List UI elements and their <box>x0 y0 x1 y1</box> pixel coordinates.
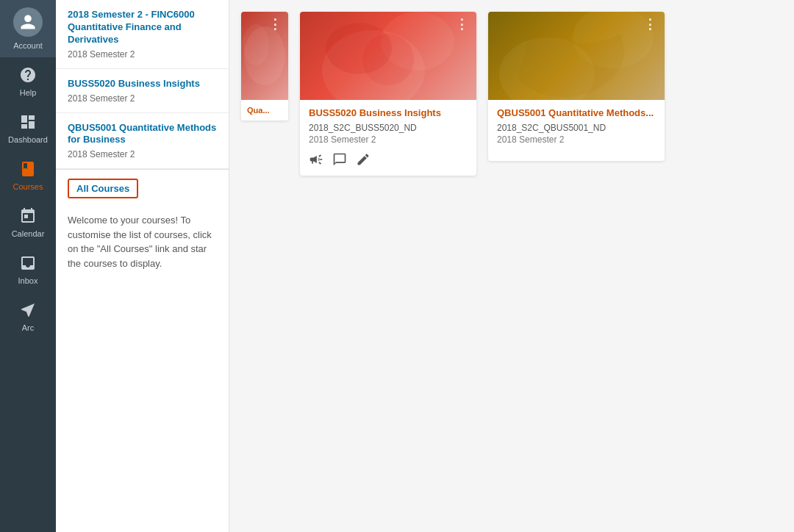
course-title: 2018 Semester 2 - FINC6000 Quantitative … <box>68 9 217 46</box>
course-card-qbus5001[interactable]: ⋮ QBUS5001 Quantitative Methods... 2018_… <box>488 12 665 161</box>
all-courses-section: All Courses <box>56 170 229 204</box>
course-semester: 2018 Semester 2 <box>68 149 217 159</box>
list-item[interactable]: 2018 Semester 2 - FINC6000 Quantitative … <box>56 0 229 69</box>
svg-point-5 <box>362 34 414 85</box>
course-title: QBUS5001 Quantitative Methods for Busine… <box>68 122 217 147</box>
card-menu-button[interactable]: ⋮ <box>268 18 282 31</box>
sidebar-item-dashboard[interactable]: Dashboard <box>0 104 56 151</box>
course-card-partial[interactable]: ⋮ Qua... <box>241 12 288 121</box>
card-code: 2018_S2C_BUSS5020_ND <box>309 123 468 133</box>
all-courses-button[interactable]: All Courses <box>68 179 138 198</box>
sidebar-item-label: Account <box>13 41 43 50</box>
sidebar-item-label: Dashboard <box>8 135 48 144</box>
card-title: QBUS5001 Quantitative Methods... <box>497 107 656 120</box>
sidebar-item-label: Arc <box>22 323 35 332</box>
main-content: 2018 Semester 2 - FINC6000 Quantitative … <box>56 0 794 532</box>
svg-point-1 <box>243 24 269 65</box>
welcome-message: Welcome to your courses! To customise th… <box>56 204 229 279</box>
card-code: 2018_S2C_QBUS5001_ND <box>497 123 656 133</box>
sidebar-item-label: Calendar <box>12 229 45 238</box>
list-item[interactable]: BUSS5020 Business Insights 2018 Semester… <box>56 69 229 113</box>
card-semester: 2018 Semester 2 <box>497 134 656 145</box>
avatar <box>13 7 43 37</box>
sidebar-item-calendar[interactable]: Calendar <box>0 198 56 245</box>
card-actions <box>309 152 468 167</box>
card-title: BUSS5020 Business Insights <box>309 107 468 120</box>
course-card-buss5020[interactable]: ⋮ BUSS5020 Business Insights 2018_S2C_BU… <box>300 12 476 176</box>
assignment-icon[interactable] <box>356 152 371 167</box>
course-list: 2018 Semester 2 - FINC6000 Quantitative … <box>56 0 229 169</box>
sidebar-item-inbox[interactable]: Inbox <box>0 245 56 292</box>
list-item[interactable]: QBUS5001 Quantitative Methods for Busine… <box>56 113 229 170</box>
sidebar-item-label: Help <box>20 88 37 97</box>
announcement-icon[interactable] <box>309 152 323 167</box>
dashboard-icon <box>18 112 38 132</box>
course-semester: 2018 Semester 2 <box>68 93 217 104</box>
card-semester: 2018 Semester 2 <box>309 134 468 145</box>
sidebar-item-label: Courses <box>13 182 43 191</box>
discussion-icon[interactable] <box>332 152 347 167</box>
sidebar-item-arc[interactable]: Arc <box>0 292 56 339</box>
sidebar-item-account[interactable]: Account <box>0 0 56 57</box>
course-title: BUSS5020 Business Insights <box>68 78 217 90</box>
card-menu-button[interactable]: ⋮ <box>643 18 657 31</box>
sidebar-item-courses[interactable]: Courses <box>0 151 56 198</box>
inbox-icon <box>18 253 38 273</box>
sidebar: Account Help Dashboard Courses Calendar … <box>0 0 56 532</box>
arc-icon <box>18 300 38 320</box>
calendar-icon <box>18 206 38 226</box>
course-semester: 2018 Semester 2 <box>68 49 217 60</box>
card-menu-button[interactable]: ⋮ <box>455 18 469 31</box>
cards-panel: ⋮ Qua... ⋮ BUSS5020 Busine <box>229 0 794 532</box>
help-icon <box>18 65 38 85</box>
left-panel: 2018 Semester 2 - FINC6000 Quantitative … <box>56 0 229 532</box>
sidebar-item-help[interactable]: Help <box>0 57 56 104</box>
courses-icon <box>18 159 38 179</box>
sidebar-item-label: Inbox <box>18 276 38 285</box>
